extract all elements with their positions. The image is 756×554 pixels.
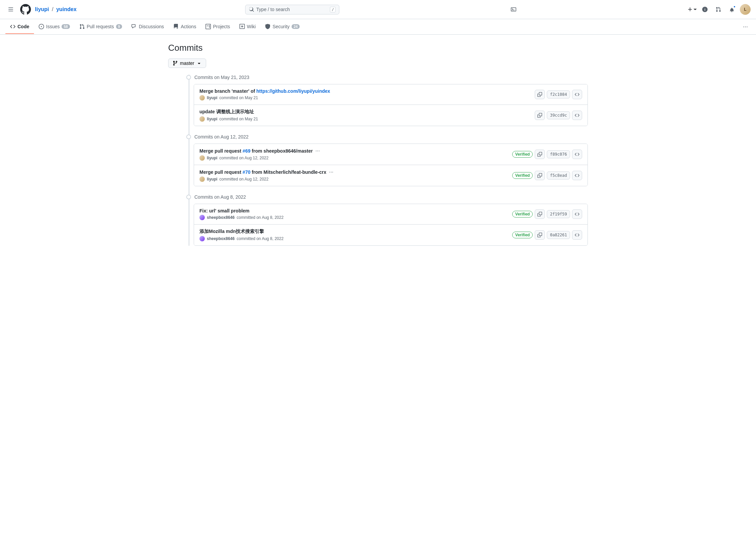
pr-button[interactable] bbox=[713, 4, 724, 15]
tab-discussions[interactable]: Discussions bbox=[127, 20, 169, 34]
pr-badge: 9 bbox=[116, 24, 122, 29]
issues-icon bbox=[39, 24, 44, 29]
author-name: sheepbox8646 bbox=[207, 236, 235, 241]
browse-icon bbox=[575, 173, 579, 178]
commit-date: committed on Aug 8, 2022 bbox=[237, 236, 284, 241]
tab-projects[interactable]: Projects bbox=[201, 20, 235, 34]
code-icon bbox=[10, 24, 15, 29]
commit-meta: liyupi committed on May 21 bbox=[199, 116, 531, 122]
author-avatar bbox=[199, 155, 205, 161]
commit-actions: Verified f89c076 bbox=[512, 150, 582, 159]
copy-icon bbox=[537, 152, 542, 157]
commit-row: update 调整线上演示地址 liyupi committed on May … bbox=[194, 105, 588, 126]
copy-icon bbox=[537, 212, 542, 216]
github-logo[interactable] bbox=[20, 4, 31, 15]
tab-issues[interactable]: Issues 58 bbox=[34, 20, 75, 34]
author-name: liyupi bbox=[207, 156, 217, 160]
tab-actions[interactable]: Actions bbox=[168, 20, 201, 34]
header-actions: L bbox=[687, 4, 751, 15]
tab-pull-requests[interactable]: Pull requests 9 bbox=[75, 20, 127, 34]
commit-info: update 调整线上演示地址 liyupi committed on May … bbox=[199, 109, 531, 122]
new-button[interactable] bbox=[687, 7, 697, 12]
browse-button[interactable] bbox=[572, 111, 582, 120]
commit-meta: liyupi committed on Aug 12, 2022 bbox=[199, 176, 508, 182]
nav-more-button[interactable]: ··· bbox=[740, 19, 751, 34]
search-bar[interactable]: Type / to search / bbox=[245, 5, 339, 14]
copy-sha-button[interactable] bbox=[535, 230, 545, 240]
commit-ellipsis-button[interactable]: ··· bbox=[328, 169, 335, 175]
tab-security-label: Security bbox=[272, 24, 290, 29]
tab-projects-label: Projects bbox=[213, 24, 230, 29]
browse-button[interactable] bbox=[572, 90, 582, 99]
verified-badge: Verified bbox=[512, 232, 533, 238]
copy-sha-button[interactable] bbox=[535, 171, 545, 180]
notifications-button[interactable] bbox=[726, 4, 737, 15]
tab-code-label: Code bbox=[17, 24, 29, 29]
commit-hash[interactable]: f5c8ead bbox=[547, 171, 570, 180]
commit-row: Merge pull request #70 from Mitscherlich… bbox=[194, 165, 588, 186]
day-label-may21: Commits on May 21, 2023 bbox=[194, 75, 249, 80]
verified-badge: Verified bbox=[512, 211, 533, 217]
branch-selector[interactable]: master bbox=[168, 58, 206, 68]
pr-link[interactable]: #69 bbox=[242, 148, 250, 154]
copilot-button[interactable] bbox=[700, 4, 710, 15]
commit-row: Merge pull request #69 from sheepbox8646… bbox=[194, 144, 588, 165]
owner-link[interactable]: liyupi bbox=[35, 6, 49, 12]
browse-button[interactable] bbox=[572, 209, 582, 219]
commit-info: Merge branch 'master' of https://github.… bbox=[199, 88, 531, 101]
header: liyupi / yuindex Type / to search / bbox=[0, 0, 756, 19]
commit-date: committed on Aug 12, 2022 bbox=[219, 156, 268, 160]
hamburger-button[interactable] bbox=[5, 4, 16, 15]
timeline-line bbox=[189, 75, 189, 246]
commit-hash[interactable]: f2c1084 bbox=[547, 90, 570, 98]
browse-button[interactable] bbox=[572, 150, 582, 159]
commit-info: Merge pull request #69 from sheepbox8646… bbox=[199, 148, 508, 161]
commits-box-aug8: Fix: url' small problem sheepbox8646 com… bbox=[194, 204, 588, 246]
author-avatar bbox=[199, 215, 205, 220]
timeline-circle bbox=[186, 75, 191, 80]
commit-info: 添加Mozilla mdn技术搜索引擎 sheepbox8646 committ… bbox=[199, 229, 508, 241]
commit-ellipsis-button[interactable]: ··· bbox=[314, 148, 321, 154]
terminal-button[interactable] bbox=[508, 4, 519, 15]
day-group-aug8: Commits on Aug 8, 2022 Fix: url' small p… bbox=[168, 194, 588, 246]
breadcrumb-separator: / bbox=[52, 6, 53, 12]
commit-hash[interactable]: 2f19f59 bbox=[547, 210, 570, 218]
repo-nav: Code Issues 58 Pull requests 9 Discussio… bbox=[0, 19, 756, 35]
tab-code[interactable]: Code bbox=[5, 20, 34, 34]
issues-badge: 58 bbox=[62, 24, 70, 29]
tab-security[interactable]: Security 24 bbox=[260, 20, 304, 34]
branch-chevron-icon bbox=[196, 61, 202, 66]
copy-sha-button[interactable] bbox=[535, 111, 545, 120]
browse-button[interactable] bbox=[572, 230, 582, 240]
commit-date: committed on Aug 8, 2022 bbox=[237, 215, 284, 220]
branch-name: master bbox=[180, 61, 194, 66]
commit-link[interactable]: https://github.com/liyupi/yuindex bbox=[256, 88, 330, 94]
author-name: sheepbox8646 bbox=[207, 215, 235, 220]
copy-sha-button[interactable] bbox=[535, 90, 545, 99]
commit-hash[interactable]: 39ccd9c bbox=[547, 111, 570, 119]
terminal-icon bbox=[511, 7, 516, 12]
commit-message: Merge branch 'master' of https://github.… bbox=[199, 88, 531, 94]
verified-badge: Verified bbox=[512, 151, 533, 158]
commit-info: Merge pull request #70 from Mitscherlich… bbox=[199, 169, 508, 182]
tab-wiki[interactable]: Wiki bbox=[235, 20, 260, 34]
commit-meta: liyupi committed on Aug 12, 2022 bbox=[199, 155, 508, 161]
copy-sha-button[interactable] bbox=[535, 209, 545, 219]
browse-button[interactable] bbox=[572, 171, 582, 180]
day-group-aug12: Commits on Aug 12, 2022 Merge pull reque… bbox=[168, 134, 588, 186]
pr-link[interactable]: #70 bbox=[242, 169, 250, 175]
commit-hash[interactable]: f89c076 bbox=[547, 150, 570, 158]
repo-link[interactable]: yuindex bbox=[56, 6, 76, 12]
user-avatar[interactable]: L bbox=[740, 4, 751, 15]
commit-message: Fix: url' small problem bbox=[199, 208, 508, 213]
browse-icon bbox=[575, 92, 579, 97]
projects-icon bbox=[205, 24, 211, 29]
commit-actions: Verified f5c8ead bbox=[512, 171, 582, 180]
notification-dot bbox=[733, 5, 736, 8]
commits-box-may21: Merge branch 'master' of https://github.… bbox=[194, 84, 588, 126]
author-name: liyupi bbox=[207, 117, 217, 121]
commit-hash[interactable]: 0a82261 bbox=[547, 231, 570, 239]
copy-sha-button[interactable] bbox=[535, 150, 545, 159]
verified-badge: Verified bbox=[512, 172, 533, 179]
commit-actions: f2c1084 bbox=[535, 90, 582, 99]
